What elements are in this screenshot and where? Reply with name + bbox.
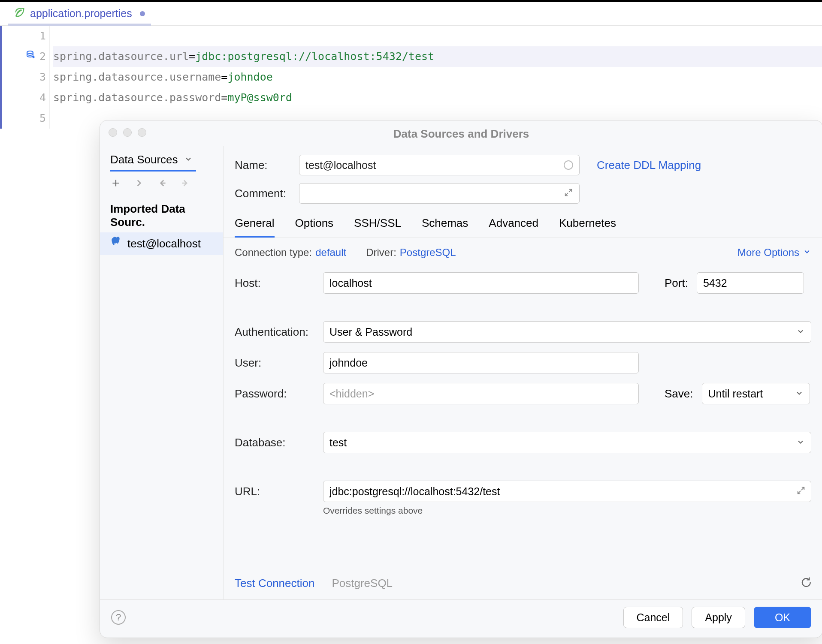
name-input[interactable]: test@localhost	[299, 155, 580, 175]
driver-link[interactable]: PostgreSQL	[400, 247, 456, 259]
code-line: spring.datasource.username=johndoe	[53, 67, 822, 87]
dialog-title-bar: Data Sources and Drivers	[100, 120, 822, 146]
chevron-down-icon	[796, 326, 805, 338]
comment-label: Comment:	[235, 187, 290, 200]
name-label: Name:	[235, 159, 290, 172]
authentication-select[interactable]: User & Password	[323, 321, 811, 343]
tab-schemas[interactable]: Schemas	[422, 217, 468, 238]
file-tab-name: application.properties	[30, 7, 132, 20]
user-label: User:	[235, 356, 314, 370]
tab-ssh-ssl[interactable]: SSH/SSL	[354, 217, 401, 238]
url-label: URL:	[235, 485, 314, 498]
line-number: 1	[39, 26, 46, 46]
save-label: Save:	[665, 387, 693, 400]
arrow-left-icon[interactable]	[157, 178, 168, 191]
chevron-down-icon	[796, 436, 805, 449]
dialog-main: Name: test@localhost Create DDL Mapping …	[224, 146, 822, 599]
create-ddl-mapping-link[interactable]: Create DDL Mapping	[597, 159, 701, 172]
host-input[interactable]: localhost	[323, 272, 639, 294]
spring-leaf-icon	[14, 6, 26, 21]
tab-kubernetes[interactable]: Kubernetes	[559, 217, 616, 238]
dialog-footer: ? Cancel Apply OK	[100, 599, 822, 638]
color-indicator-icon[interactable]	[564, 160, 573, 170]
dialog-title: Data Sources and Drivers	[393, 127, 529, 140]
sidebar-item-label: test@localhost	[127, 237, 201, 250]
arrow-right-icon[interactable]	[180, 178, 191, 191]
sidebar-section-header: Imported Data Sourc.	[100, 196, 223, 232]
tab-options[interactable]: Options	[295, 217, 334, 238]
user-input[interactable]: johndoe	[323, 352, 639, 373]
host-label: Host:	[235, 277, 314, 290]
svg-point-0	[27, 51, 33, 54]
sidebar-tab[interactable]: Data Sources	[100, 150, 223, 170]
postgresql-icon	[110, 237, 121, 251]
tab-general[interactable]: General	[235, 217, 275, 238]
add-icon[interactable]	[110, 178, 121, 191]
line-number: 5	[39, 108, 46, 129]
window-controls	[109, 128, 146, 137]
editor-tab-bar: application.properties	[0, 2, 822, 26]
cancel-button[interactable]: Cancel	[623, 607, 683, 628]
datasources-dialog: Data Sources and Drivers Data Sources Im…	[100, 120, 822, 638]
sidebar-datasource-item[interactable]: test@localhost	[100, 232, 223, 255]
port-label: Port:	[665, 277, 688, 290]
line-number: 2	[39, 46, 46, 67]
revert-icon[interactable]	[799, 576, 811, 591]
save-select[interactable]: Until restart	[702, 383, 810, 404]
code-line: spring.datasource.password=myP@ssw0rd	[53, 87, 822, 108]
divider	[224, 238, 822, 238]
code-line	[53, 26, 822, 46]
close-window-icon[interactable]	[109, 128, 117, 137]
database-input[interactable]: test	[323, 432, 811, 453]
tab-advanced[interactable]: Advanced	[489, 217, 538, 238]
minimize-window-icon[interactable]	[123, 128, 132, 137]
test-driver-label: PostgreSQL	[332, 577, 393, 590]
password-input[interactable]: <hidden>	[323, 383, 639, 404]
driver-label: Driver:	[366, 247, 396, 259]
apply-button[interactable]: Apply	[692, 607, 745, 628]
url-note: Overrides settings above	[323, 506, 811, 516]
expand-icon[interactable]	[564, 187, 573, 200]
comment-input[interactable]	[299, 183, 580, 204]
connection-type-link[interactable]: default	[315, 247, 346, 259]
database-label: Database:	[235, 436, 314, 449]
detail-tabs: General Options SSH/SSL Schemas Advanced…	[235, 215, 811, 238]
connection-type-label: Connection type:	[235, 247, 312, 259]
gutter: 1 2 3 4 5	[2, 26, 50, 129]
more-options-link[interactable]: More Options	[737, 247, 799, 259]
line-number: 3	[39, 67, 46, 87]
file-tab[interactable]: application.properties	[8, 2, 151, 25]
chevron-down-icon[interactable]	[803, 247, 811, 259]
chevron-down-icon[interactable]	[184, 154, 193, 166]
datasource-sidebar: Data Sources Imported Data Sourc. test@l…	[100, 146, 224, 599]
authentication-label: Authentication:	[235, 325, 314, 339]
sidebar-toolbar	[100, 172, 223, 196]
help-icon[interactable]: ?	[111, 610, 126, 625]
code-editor[interactable]: 1 2 3 4 5 spring.datasource.url=jdbc:pos…	[0, 26, 822, 129]
url-input[interactable]: jdbc:postgresql://localhost:5432/test	[323, 481, 811, 502]
line-number: 4	[39, 87, 46, 108]
sidebar-tab-label: Data Sources	[110, 153, 178, 166]
password-label: Password:	[235, 387, 314, 400]
dirty-indicator-icon	[140, 11, 145, 16]
chevron-right-icon[interactable]	[133, 178, 145, 191]
chevron-down-icon	[795, 388, 804, 400]
zoom-window-icon[interactable]	[138, 128, 146, 137]
expand-icon[interactable]	[796, 485, 806, 498]
code-area[interactable]: spring.datasource.url=jdbc:postgresql://…	[50, 26, 822, 129]
code-line: spring.datasource.url=jdbc:postgresql://…	[53, 46, 822, 67]
datasource-gutter-icon[interactable]	[26, 46, 36, 67]
ok-button[interactable]: OK	[754, 607, 811, 628]
test-connection-link[interactable]: Test Connection	[235, 577, 314, 590]
port-input[interactable]: 5432	[697, 272, 804, 294]
